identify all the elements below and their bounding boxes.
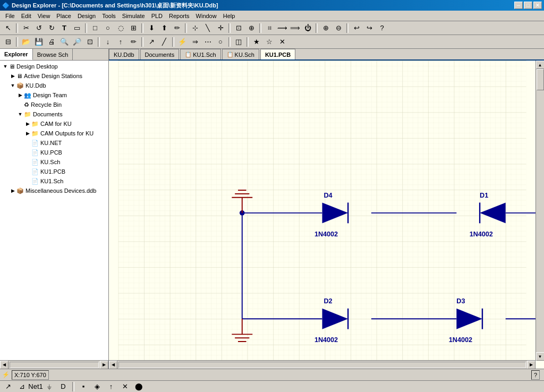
expand-ku-sch[interactable]: [24, 159, 31, 165]
tb2-select2[interactable]: ↗: [146, 36, 157, 48]
tb-pencil[interactable]: ✏: [171, 22, 183, 34]
tb-wire[interactable]: ╲: [202, 22, 214, 34]
tb-grid[interactable]: ⊞: [128, 22, 139, 34]
tree-cam-ku[interactable]: ▶ 📁 CAM for KU: [1, 119, 107, 129]
minimize-button[interactable]: ─: [514, 2, 523, 9]
tb-power[interactable]: ⏻: [302, 22, 313, 34]
tab-ku1-sch[interactable]: 📋 KU1.Sch: [180, 49, 220, 59]
tb-zoom-in[interactable]: ⊕: [320, 22, 332, 34]
scroll-thumb-right[interactable]: [537, 69, 544, 90]
expand-active-design[interactable]: ▶: [10, 73, 16, 79]
scroll-right-btn[interactable]: ▶: [100, 361, 108, 369]
tab-ku-sch[interactable]: 📋 KU.Sch: [222, 49, 259, 59]
tb-undo[interactable]: ↩: [351, 22, 362, 34]
menu-place[interactable]: Place: [53, 12, 74, 20]
btb-power[interactable]: D: [57, 381, 69, 393]
tb2-open[interactable]: 📂: [20, 36, 32, 48]
tree-ku1-sch[interactable]: 📄 KU1.Sch: [1, 176, 107, 186]
tb2-zoom-out2[interactable]: 🔎: [71, 36, 83, 48]
tree-cam-outputs[interactable]: ▶ 📁 CAM Outputs for KU: [1, 129, 107, 138]
tree-documents[interactable]: ▼ 📁 Documents: [1, 109, 107, 119]
close-button[interactable]: ✕: [533, 2, 542, 9]
tree-active-design[interactable]: ▶ 🖥 Active Design Stations: [1, 71, 107, 81]
tab-ku-ddb[interactable]: KU.Ddb: [109, 49, 139, 59]
btb-arrow[interactable]: ↗: [2, 381, 14, 393]
btb-tri[interactable]: ⊿: [16, 381, 28, 393]
expand-documents[interactable]: ▼: [17, 111, 23, 117]
expand-design-team[interactable]: ▶: [17, 92, 23, 98]
menu-view[interactable]: View: [35, 12, 54, 20]
scroll-down-btn[interactable]: ▼: [536, 352, 545, 361]
expand-design-desktop[interactable]: ▼: [2, 63, 8, 70]
expand-ku-ddb[interactable]: ▼: [10, 82, 16, 89]
menu-reports[interactable]: Reports: [166, 12, 193, 20]
tab-ku1-pcb[interactable]: KU1.PCB: [260, 49, 295, 59]
tb2-cursor[interactable]: ✏: [128, 36, 139, 48]
expand-ku-pcb[interactable]: [24, 149, 31, 156]
btb-d[interactable]: ⬤: [133, 381, 144, 393]
tb-bus[interactable]: ⟹: [289, 22, 301, 34]
btb-arrow2[interactable]: ↑: [105, 381, 117, 393]
btb-pcb1[interactable]: ▪: [78, 381, 89, 393]
tab-documents[interactable]: Documents: [140, 49, 180, 59]
expand-recycle-bin[interactable]: [17, 101, 23, 108]
expand-ku-net[interactable]: [24, 140, 31, 146]
menu-edit[interactable]: Edit: [18, 12, 35, 20]
tree-design-desktop[interactable]: ▼ 🖥 Design Desktop: [1, 62, 107, 71]
tb2-ratsnest[interactable]: ⋯: [202, 36, 214, 48]
tb-place[interactable]: ⊕: [245, 22, 257, 34]
tb-arrow-down[interactable]: ⬇: [146, 22, 157, 34]
btb-gnd[interactable]: ⏚: [44, 381, 55, 393]
menu-help[interactable]: Help: [220, 12, 239, 20]
tb2-save[interactable]: 💾: [33, 36, 45, 48]
scroll-right-horiz-btn[interactable]: ▶: [527, 361, 536, 369]
tb2-arrow-up[interactable]: ↑: [115, 36, 126, 48]
tb2-pad[interactable]: ○: [215, 36, 226, 48]
btb-pcb2[interactable]: ◈: [91, 381, 103, 393]
tb2-drc[interactable]: ⚡: [176, 36, 188, 48]
tree-ku-pcb[interactable]: 📄 KU.PCB: [1, 148, 107, 157]
expand-misc-devices[interactable]: ▶: [10, 188, 16, 194]
tb2-deselect[interactable]: ✕: [276, 36, 288, 48]
tb-box[interactable]: ▭: [71, 22, 83, 34]
tb-cut[interactable]: ✂: [20, 22, 32, 34]
tb-pin[interactable]: ⌗: [264, 22, 275, 34]
tb-pointer[interactable]: ↖: [2, 22, 14, 34]
tb2-layer[interactable]: ⊟: [2, 36, 14, 48]
scroll-bottom[interactable]: ◀ ▶: [109, 360, 536, 369]
scroll-right[interactable]: ▲ ▼: [536, 61, 544, 361]
scroll-left-btn[interactable]: ◀: [0, 361, 8, 369]
tree-misc-devices[interactable]: ▶ 📦 Miscellaneous Devices.ddb: [1, 186, 107, 195]
tb2-design[interactable]: ◫: [233, 36, 244, 48]
tree-view[interactable]: ▼ 🖥 Design Desktop ▶ 🖥 Active Design Sta…: [0, 61, 108, 360]
tb2-arrow-dn[interactable]: ↓: [102, 36, 114, 48]
tb-text[interactable]: T: [58, 22, 70, 34]
tb2-line[interactable]: ╱: [158, 36, 170, 48]
menu-simulate[interactable]: Simulate: [119, 12, 148, 20]
tb-help[interactable]: ?: [376, 22, 388, 34]
expand-cam-outputs[interactable]: ▶: [24, 130, 31, 137]
tb2-clear[interactable]: ☆: [264, 36, 275, 48]
tb-zoom-out[interactable]: ⊖: [333, 22, 344, 34]
tb2-route[interactable]: ⇒: [189, 36, 201, 48]
tb2-highlight[interactable]: ★: [251, 36, 262, 48]
tb-undo-arrow[interactable]: ↺: [33, 22, 45, 34]
tb2-print[interactable]: 🖨: [46, 36, 57, 48]
tree-ku1-pcb[interactable]: 📄 KU1.PCB: [1, 167, 107, 176]
tb-select[interactable]: ⊹: [189, 22, 201, 34]
left-panel-scrollbar[interactable]: ◀ ▶: [0, 360, 108, 369]
expand-ku1-pcb[interactable]: [24, 168, 31, 175]
btb-x[interactable]: ✕: [119, 381, 131, 393]
expand-cam-ku[interactable]: ▶: [24, 121, 31, 127]
tb2-zoom-in2[interactable]: 🔍: [58, 36, 70, 48]
tree-ku-net[interactable]: 📄 KU.NET: [1, 138, 107, 148]
tb-arrow-up[interactable]: ⬆: [158, 22, 170, 34]
scroll-up-btn[interactable]: ▲: [536, 61, 545, 69]
tb-redo[interactable]: ↪: [363, 22, 375, 34]
tb-ellipse[interactable]: ○: [102, 22, 114, 34]
tb-component[interactable]: ⊡: [233, 22, 244, 34]
menu-window[interactable]: Window: [193, 12, 220, 20]
menu-design[interactable]: Design: [74, 12, 99, 20]
tb-net[interactable]: ⟿: [276, 22, 288, 34]
tb-circle[interactable]: ◌: [115, 22, 126, 34]
